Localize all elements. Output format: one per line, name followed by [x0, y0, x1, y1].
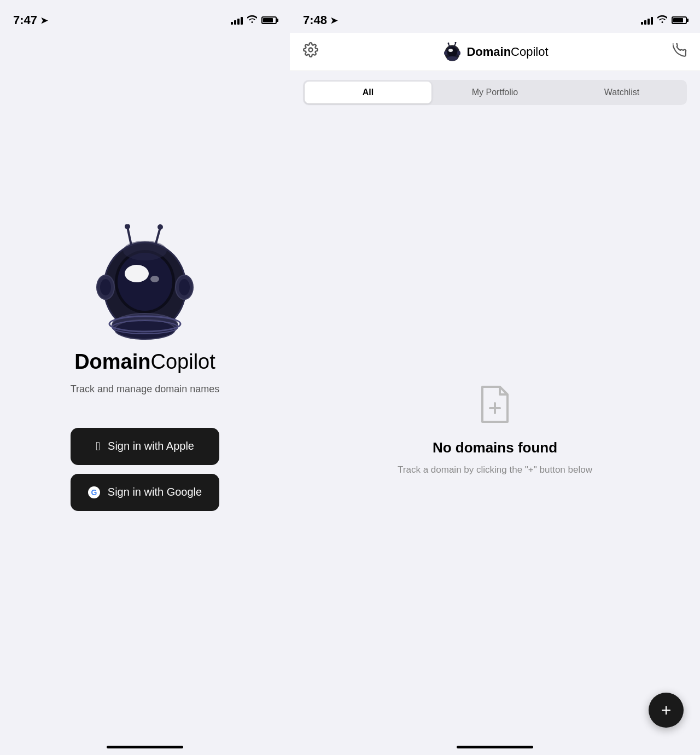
svg-point-14	[125, 224, 130, 229]
tabs-container: All My Portfolio Watchlist	[290, 71, 700, 114]
empty-state-title: No domains found	[433, 439, 557, 456]
google-icon: G	[88, 486, 100, 498]
left-main-content: DomainCopilot Track and manage domain na…	[43, 0, 247, 746]
battery-icon-right	[672, 16, 687, 24]
screen-left: 7:47 ➤	[0, 0, 290, 755]
svg-point-26	[448, 42, 450, 44]
sign-in-apple-button[interactable]:  Sign in with Apple	[71, 428, 219, 465]
svg-line-15	[156, 228, 160, 243]
wifi-icon-left	[247, 15, 257, 25]
apple-icon: 	[96, 439, 100, 454]
svg-point-3	[125, 265, 149, 282]
svg-point-22	[447, 56, 458, 61]
svg-point-23	[444, 51, 447, 55]
sign-in-google-button[interactable]: G Sign in with Google	[71, 474, 219, 511]
app-subtitle: Track and manage domain names	[71, 384, 219, 395]
fab-plus-icon: +	[661, 701, 672, 719]
location-arrow-right: ➤	[330, 15, 337, 26]
svg-point-17	[123, 241, 167, 260]
sign-in-apple-label: Sign in with Apple	[108, 440, 194, 452]
battery-icon-left	[261, 16, 277, 24]
svg-line-27	[454, 43, 456, 46]
svg-point-24	[457, 51, 460, 55]
header-logo-icon	[442, 42, 462, 62]
tab-portfolio-label: My Portfolio	[472, 88, 518, 97]
header-logo-text: DomainCopilot	[466, 45, 548, 59]
svg-point-4	[150, 276, 159, 282]
time-text-right: 7:48	[303, 13, 327, 27]
sign-in-google-label: Sign in with Google	[108, 486, 202, 498]
home-indicator-right	[457, 746, 533, 748]
astronaut-logo	[90, 224, 200, 334]
time-right: 7:48 ➤	[303, 13, 337, 27]
svg-point-20	[447, 47, 457, 57]
tab-all-label: All	[363, 88, 374, 97]
signal-bars-right	[641, 16, 653, 25]
notification-icon[interactable]	[673, 43, 687, 61]
tab-bar: All My Portfolio Watchlist	[303, 80, 687, 105]
screen-right: 7:48 ➤	[290, 0, 700, 755]
empty-state-subtitle: Track a domain by clicking the "+" butto…	[398, 463, 592, 477]
svg-point-10	[100, 279, 111, 295]
svg-line-13	[127, 227, 131, 245]
header-logo-light: Copilot	[511, 45, 548, 59]
svg-point-18	[309, 48, 313, 52]
tab-portfolio[interactable]: My Portfolio	[431, 82, 558, 103]
add-domain-fab[interactable]: +	[649, 693, 684, 728]
empty-state-icon	[476, 382, 514, 428]
svg-point-12	[179, 279, 190, 295]
wifi-icon-right	[657, 15, 667, 25]
right-header: DomainCopilot	[290, 33, 700, 71]
gear-icon[interactable]	[303, 42, 318, 61]
sign-in-buttons:  Sign in with Apple G Sign in with Goog…	[71, 428, 219, 511]
app-title-left: DomainCopilot	[74, 350, 215, 374]
app-name-bold: Domain	[74, 350, 150, 373]
empty-state: No domains found Track a domain by click…	[290, 114, 700, 746]
svg-point-16	[158, 224, 163, 230]
tab-watchlist[interactable]: Watchlist	[558, 82, 685, 103]
svg-point-21	[448, 49, 453, 52]
time-left: 7:47 ➤	[13, 13, 48, 27]
status-icons-right	[641, 15, 687, 25]
home-indicator-left	[107, 746, 183, 748]
app-name-light: Copilot	[151, 350, 215, 373]
svg-point-2	[118, 253, 172, 311]
status-bar-right: 7:48 ➤	[290, 0, 700, 33]
header-logo: DomainCopilot	[442, 42, 548, 62]
tab-watchlist-label: Watchlist	[604, 88, 639, 97]
tab-all[interactable]: All	[305, 82, 431, 103]
time-text-left: 7:47	[13, 13, 37, 27]
header-logo-bold: Domain	[466, 45, 511, 59]
